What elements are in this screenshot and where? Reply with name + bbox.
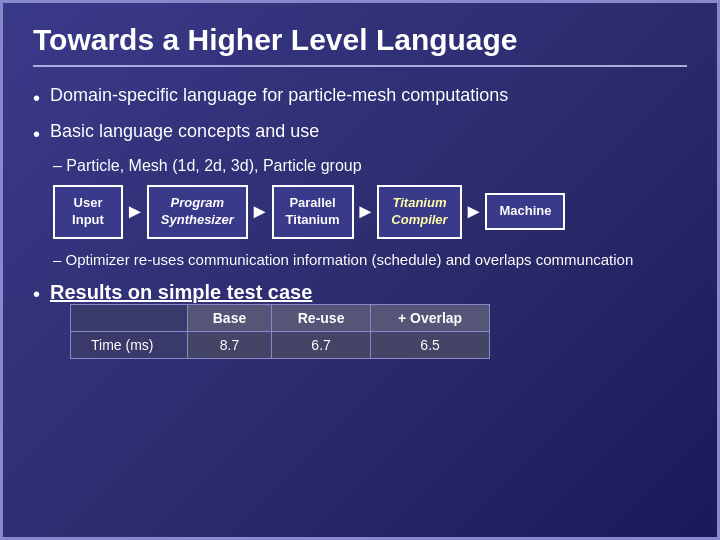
arrow-3: ► <box>356 200 376 223</box>
results-content: Results on simple test case Base Re-use … <box>50 281 490 359</box>
col-header-1: Base <box>187 305 271 332</box>
table-row: Time (ms) 8.7 6.7 6.5 <box>71 332 490 359</box>
results-section: • Results on simple test case Base Re-us… <box>33 281 687 359</box>
pipeline-titanium-compiler: TitaniumCompiler <box>377 185 461 239</box>
pipeline-user-input: UserInput <box>53 185 123 239</box>
arrow-4: ► <box>464 200 484 223</box>
col-header-3: + Overlap <box>371 305 490 332</box>
optimizer-text: Optimizer re-uses communication informat… <box>53 249 687 272</box>
results-bullet-dot: • <box>33 281 40 307</box>
bullet-2-text: Basic language concepts and use <box>50 121 319 142</box>
results-label: Results on simple test case <box>50 281 312 303</box>
arrow-1: ► <box>125 200 145 223</box>
col-header-2: Re-use <box>272 305 371 332</box>
col-header-0 <box>71 305 188 332</box>
cell-reuse: 6.7 <box>272 332 371 359</box>
cell-label: Time (ms) <box>71 332 188 359</box>
pipeline-program-synthesizer: ProgramSynthesizer <box>147 185 248 239</box>
sub-bullet-1: Particle, Mesh (1d, 2d, 3d), Particle gr… <box>53 157 687 175</box>
bullet-1: • Domain-specific language for particle-… <box>33 85 687 111</box>
table-header-row: Base Re-use + Overlap <box>71 305 490 332</box>
bullet-2: • Basic language concepts and use <box>33 121 687 147</box>
cell-overlap: 6.5 <box>371 332 490 359</box>
arrow-2: ► <box>250 200 270 223</box>
bullet-1-text: Domain-specific language for particle-me… <box>50 85 508 106</box>
slide-title: Towards a Higher Level Language <box>33 23 687 67</box>
main-bullets: • Domain-specific language for particle-… <box>33 85 687 147</box>
bullet-dot-1: • <box>33 85 40 111</box>
results-table: Base Re-use + Overlap Time (ms) 8.7 6.7 … <box>70 304 490 359</box>
pipeline-machine: Machine <box>485 193 565 230</box>
pipeline: UserInput ► ProgramSynthesizer ► Paralle… <box>53 185 687 239</box>
cell-base: 8.7 <box>187 332 271 359</box>
results-bullet: • Results on simple test case Base Re-us… <box>33 281 687 359</box>
bullet-dot-2: • <box>33 121 40 147</box>
pipeline-parallel-titanium: ParallelTitanium <box>272 185 354 239</box>
slide: Towards a Higher Level Language • Domain… <box>0 0 720 540</box>
